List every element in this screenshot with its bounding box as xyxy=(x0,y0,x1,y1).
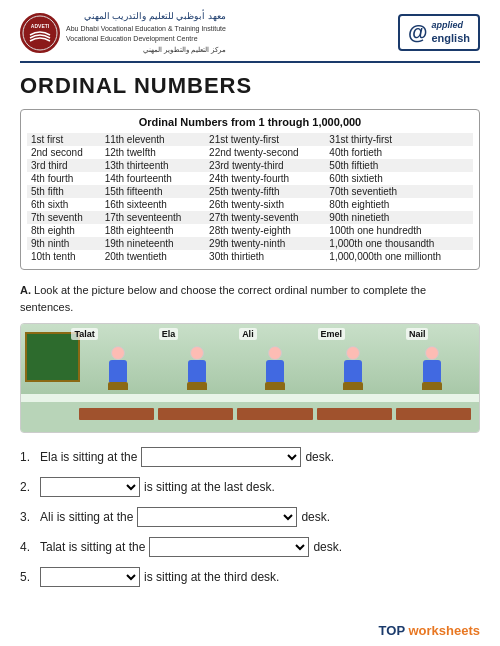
institute-logo: ADVETI xyxy=(20,13,60,53)
ordinal-table-cell: 30th thirtieth xyxy=(205,250,325,263)
exercise-5-number: 5. xyxy=(20,570,36,584)
page-title: ORDINAL NUMBERS xyxy=(20,73,480,99)
exercise-3: 3. Ali is sitting at the 1st2nd3rd4th5th… xyxy=(20,507,480,527)
ordinal-table-cell: 14th fourteenth xyxy=(101,172,205,185)
ordinal-table-row: 9th ninth19th nineteenth29th twenty-nint… xyxy=(27,237,473,250)
ordinal-table-cell: 17th seventeenth xyxy=(101,211,205,224)
exercise-1-before: Ela is sitting at the xyxy=(40,450,137,464)
exercise-4: 4. Talat is sitting at the 1st2nd3rd4th5… xyxy=(20,537,480,557)
student-ali: Ali xyxy=(239,328,257,340)
svg-text:ADVETI: ADVETI xyxy=(31,23,50,29)
exercise-4-after: desk. xyxy=(313,540,342,554)
ordinal-table-cell: 18th eighteenth xyxy=(101,224,205,237)
ordinal-table-cell: 24th twenty-fourth xyxy=(205,172,325,185)
ordinal-table-cell: 80th eightieth xyxy=(325,198,473,211)
ordinal-table-cell: 22nd twenty-second xyxy=(205,146,325,159)
exercises: 1. Ela is sitting at the 1st2nd3rd4th5th… xyxy=(20,447,480,587)
ordinal-table-cell: 25th twenty-fifth xyxy=(205,185,325,198)
ordinal-table-cell: 50th fiftieth xyxy=(325,159,473,172)
applied-english-logo: @ applied english xyxy=(398,14,480,52)
instructions: A. Look at the picture below and choose … xyxy=(20,282,480,315)
ordinal-table-cell: 16th sixteenth xyxy=(101,198,205,211)
ordinal-table-cell: 28th twenty-eighth xyxy=(205,224,325,237)
ordinal-table-cell: 13th thirteenth xyxy=(101,159,205,172)
exercise-1-number: 1. xyxy=(20,450,36,464)
classroom-scene: Talat Ela Ali Emel Nail xyxy=(21,324,479,432)
exercise-5: 5. ElaAliTalatEmelNail is sitting at the… xyxy=(20,567,480,587)
ordinal-table-cell: 9th ninth xyxy=(27,237,101,250)
at-icon: @ xyxy=(408,21,428,44)
svg-point-0 xyxy=(23,16,57,50)
ordinal-table-cell: 40th fortieth xyxy=(325,146,473,159)
ordinal-table-row: 10th tenth20th twentieth30th thirtieth1,… xyxy=(27,250,473,263)
footer-top: TOP xyxy=(379,623,405,638)
ordinal-table-cell: 1st first xyxy=(27,133,101,146)
ordinal-table-cell: 19th nineteenth xyxy=(101,237,205,250)
ordinal-table-cell: 27th twenty-seventh xyxy=(205,211,325,224)
ordinal-table-cell: 20th twentieth xyxy=(101,250,205,263)
ordinal-table-title: Ordinal Numbers from 1 through 1,000,000 xyxy=(27,116,473,128)
ordinal-table-cell: 15th fifteenth xyxy=(101,185,205,198)
ordinal-table: 1st first11th eleventh21st twenty-first3… xyxy=(27,133,473,263)
institute-sub2: مركز التعليم والتطوير المهني xyxy=(66,45,226,56)
ordinal-table-cell: 5th fifth xyxy=(27,185,101,198)
instruction-letter: A. xyxy=(20,284,31,296)
student-nail: Nail xyxy=(406,328,429,340)
exercise-2-dropdown[interactable]: ElaAliTalatEmelNail xyxy=(40,477,140,497)
exercise-5-dropdown[interactable]: ElaAliTalatEmelNail xyxy=(40,567,140,587)
ordinal-table-cell: 23rd twenty-third xyxy=(205,159,325,172)
header-left: ADVETI معهد أبوظبي للتعليم والتدريب المه… xyxy=(20,10,226,55)
ordinal-table-cell: 21st twenty-first xyxy=(205,133,325,146)
ordinal-table-row: 6th sixth16th sixteenth26th twenty-sixth… xyxy=(27,198,473,211)
ordinal-table-cell: 12th twelfth xyxy=(101,146,205,159)
ordinal-table-cell: 3rd third xyxy=(27,159,101,172)
exercise-3-after: desk. xyxy=(301,510,330,524)
ordinal-table-row: 3rd third13th thirteenth23rd twenty-thir… xyxy=(27,159,473,172)
ordinal-table-row: 7th seventh17th seventeenth27th twenty-s… xyxy=(27,211,473,224)
footer: TOP worksheets xyxy=(379,623,480,638)
exercise-2-number: 2. xyxy=(20,480,36,494)
ordinal-table-cell: 100th one hundredth xyxy=(325,224,473,237)
ordinal-table-cell: 70th seventieth xyxy=(325,185,473,198)
student-names: Talat Ela Ali Emel Nail xyxy=(21,328,479,340)
ordinal-table-cell: 1,000th one thousandth xyxy=(325,237,473,250)
header: ADVETI معهد أبوظبي للتعليم والتدريب المه… xyxy=(20,10,480,63)
ordinal-table-cell: 10th tenth xyxy=(27,250,101,263)
ordinal-table-cell: 26th twenty-sixth xyxy=(205,198,325,211)
exercise-2-after: is sitting at the last desk. xyxy=(144,480,275,494)
student-emel: Emel xyxy=(318,328,346,340)
exercise-1-after: desk. xyxy=(305,450,334,464)
classroom-image: Talat Ela Ali Emel Nail xyxy=(20,323,480,433)
ordinal-table-cell: 2nd second xyxy=(27,146,101,159)
student-talat: Talat xyxy=(71,328,97,340)
exercise-5-after: is sitting at the third desk. xyxy=(144,570,279,584)
exercise-3-dropdown[interactable]: 1st2nd3rd4th5th xyxy=(137,507,297,527)
exercise-1: 1. Ela is sitting at the 1st2nd3rd4th5th… xyxy=(20,447,480,467)
exercise-3-before: Ali is sitting at the xyxy=(40,510,133,524)
ordinal-table-cell: 7th seventh xyxy=(27,211,101,224)
exercise-4-number: 4. xyxy=(20,540,36,554)
ordinal-table-row: 4th fourth14th fourteenth24th twenty-fou… xyxy=(27,172,473,185)
institute-english: Abu Dhabi Vocational Education & Trainin… xyxy=(66,24,226,35)
ordinal-table-cell: 11th eleventh xyxy=(101,133,205,146)
ordinal-table-cell: 1,000,000th one millionth xyxy=(325,250,473,263)
footer-worksheets: worksheets xyxy=(408,623,480,638)
instruction-text: Look at the picture below and choose the… xyxy=(20,284,426,313)
ordinal-table-cell: 29th twenty-ninth xyxy=(205,237,325,250)
institute-sub: Vocational Education Development Centre xyxy=(66,34,226,45)
ordinal-table-row: 5th fifth15th fifteenth25th twenty-fifth… xyxy=(27,185,473,198)
ordinal-table-cell: 6th sixth xyxy=(27,198,101,211)
exercise-4-before: Talat is sitting at the xyxy=(40,540,145,554)
ordinal-table-cell: 60th sixtieth xyxy=(325,172,473,185)
ordinal-table-cell: 31st thirty-first xyxy=(325,133,473,146)
ordinal-table-cell: 90th ninetieth xyxy=(325,211,473,224)
exercise-4-dropdown[interactable]: 1st2nd3rd4th5th xyxy=(149,537,309,557)
student-ela: Ela xyxy=(159,328,179,340)
applied-english-text: applied english xyxy=(431,20,470,46)
ordinal-table-cell: 8th eighth xyxy=(27,224,101,237)
ordinal-table-cell: 4th fourth xyxy=(27,172,101,185)
ordinal-numbers-table-container: Ordinal Numbers from 1 through 1,000,000… xyxy=(20,109,480,270)
exercise-2: 2. ElaAliTalatEmelNail is sitting at the… xyxy=(20,477,480,497)
exercise-1-dropdown[interactable]: 1st2nd3rd4th5th xyxy=(141,447,301,467)
institute-text: معهد أبوظبي للتعليم والتدريب المهني Abu … xyxy=(66,10,226,55)
